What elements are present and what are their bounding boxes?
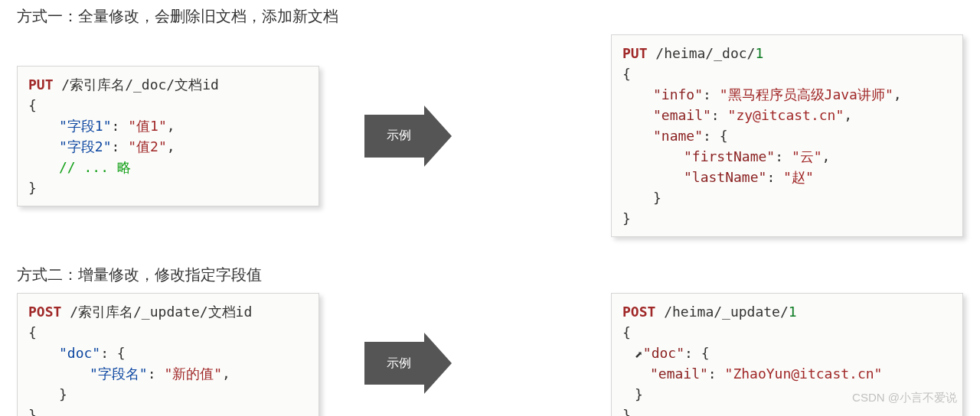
- example-arrow: 示例: [350, 115, 438, 158]
- json-key: "firstName": [684, 148, 775, 164]
- section1-template-code: PUT /索引库名/_doc/文档id { "字段1": "值1", "字段2"…: [17, 66, 319, 206]
- arrow-label: 示例: [387, 128, 411, 144]
- http-method: POST: [28, 304, 61, 320]
- json-key: "lastName": [684, 169, 766, 185]
- json-key: "doc": [59, 345, 100, 361]
- arrow-icon: 示例: [364, 342, 424, 385]
- json-value: "云": [792, 148, 822, 164]
- url-path: /索引库名/_update/文档id: [61, 304, 252, 320]
- section2-title: 方式二：增量修改，修改指定字段值: [17, 265, 963, 285]
- section1-title: 方式一：全量修改，会删除旧文档，添加新文档: [17, 6, 963, 27]
- example-arrow: 示例: [350, 342, 438, 385]
- json-value: "黑马程序员高级Java讲师": [720, 86, 893, 102]
- json-key: "字段2": [59, 138, 112, 154]
- json-value: "赵": [783, 169, 814, 185]
- section1-example-code: PUT /heima/_doc/1 { "info": "黑马程序员高级Java…: [611, 34, 963, 237]
- json-key: "email": [653, 107, 711, 123]
- json-comment: // ... 略: [59, 159, 131, 175]
- cursor-icon: ⬉: [635, 344, 643, 365]
- watermark: CSDN @小言不爱说: [852, 391, 957, 405]
- brace-close: }: [28, 180, 37, 196]
- url-path: /索引库名/_doc/文档id: [54, 76, 219, 93]
- json-value: "值1": [128, 118, 167, 134]
- json-key: "name": [653, 128, 703, 144]
- json-value: "值2": [128, 138, 167, 154]
- json-value: "zy@itcast.cn": [728, 107, 844, 123]
- url-path: /heima/_update/: [655, 304, 788, 320]
- doc-id: 1: [789, 304, 797, 320]
- json-value: "ZhaoYun@itcast.cn": [725, 366, 883, 382]
- json-key: "email": [650, 366, 708, 382]
- doc-id: 1: [755, 45, 763, 61]
- json-key: "字段名": [90, 366, 148, 382]
- section2-row: POST /索引库名/_update/文档id { "doc": { "字段名"…: [17, 293, 963, 416]
- arrow-icon: 示例: [364, 115, 424, 158]
- json-key: "doc": [643, 345, 684, 361]
- json-value: "新的值": [164, 366, 222, 382]
- section1-row: PUT /索引库名/_doc/文档id { "字段1": "值1", "字段2"…: [17, 34, 963, 237]
- section2-template-code: POST /索引库名/_update/文档id { "doc": { "字段名"…: [17, 293, 319, 416]
- http-method: POST: [622, 304, 655, 320]
- http-method: PUT: [28, 76, 54, 93]
- url-path: /heima/_doc/: [648, 45, 756, 61]
- json-key: "字段1": [59, 118, 112, 134]
- http-method: PUT: [622, 45, 648, 61]
- section-full-update: 方式一：全量修改，会删除旧文档，添加新文档 PUT /索引库名/_doc/文档i…: [17, 6, 963, 237]
- arrow-label: 示例: [387, 356, 411, 372]
- brace-open: {: [28, 97, 37, 113]
- json-key: "info": [653, 86, 703, 102]
- section-partial-update: 方式二：增量修改，修改指定字段值 POST /索引库名/_update/文档id…: [17, 265, 963, 416]
